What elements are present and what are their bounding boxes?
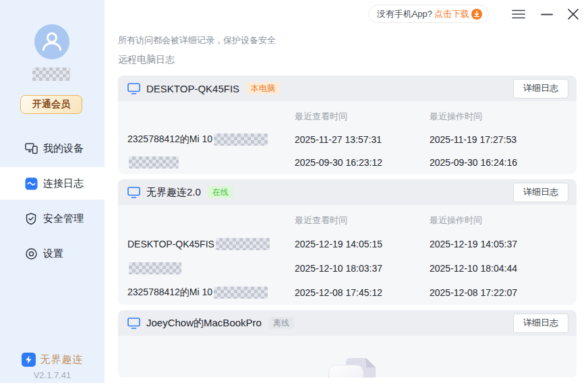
sidebar-item-settings[interactable]: 设置 (0, 237, 105, 270)
log-row: 2325788412的Mi 10 2025-12-08 17:45:12 202… (118, 280, 577, 305)
sidebar-item-label: 连接日志 (43, 177, 84, 190)
redacted-text (129, 156, 179, 169)
empty-state-front-sheet (328, 365, 363, 378)
device-card: DESKTOP-QK45FIS 本电脑 详细日志 最近查看时间 最近操作时间 2… (118, 76, 577, 174)
username-redacted (32, 67, 70, 81)
close-icon (567, 8, 579, 20)
sidebar-item-my-devices[interactable]: 我的设备 (0, 132, 105, 165)
log-row: DESKTOP-QK45FIS 2025-12-19 14:05:15 2025… (118, 232, 577, 256)
app-window: 开通会员 我的设备 (0, 0, 588, 387)
detail-log-button[interactable]: 详细日志 (513, 183, 568, 202)
client-name-text: DESKTOP-QK45FIS (127, 239, 214, 249)
redacted-text (216, 238, 270, 250)
app-logo-icon (22, 353, 36, 367)
hamburger-icon (512, 9, 525, 20)
client-name: 2325788412的Mi 10 (127, 287, 295, 299)
avatar[interactable] (34, 24, 69, 59)
monitor-icon (127, 318, 140, 329)
operate-time: 2025-12-08 17:22:07 (430, 287, 577, 298)
status-badge: 在线 (208, 186, 233, 198)
client-name-text: 2325788412的Mi 10 (127, 133, 212, 146)
client-name (127, 156, 295, 169)
device-card-header: 无界趣连2.0 在线 详细日志 (118, 179, 577, 205)
client-name (127, 262, 295, 274)
operate-time: 2025-12-19 14:05:37 (430, 239, 577, 249)
device-card-header: JoeyChow的MacBookPro 离线 详细日志 (118, 310, 577, 336)
window-minimize-button[interactable] (539, 7, 554, 21)
view-time: 2025-12-10 18:03:37 (295, 263, 430, 274)
sidebar-item-label: 我的设备 (43, 142, 84, 155)
device-name: 无界趣连2.0 (146, 186, 201, 199)
operate-time: 2025-12-10 18:04:44 (430, 263, 577, 274)
connection-log-icon (24, 177, 38, 190)
redacted-text (214, 133, 268, 146)
main-area: 没有手机App? 点击下载 所有访问都 (105, 0, 588, 387)
window-menu-button[interactable] (511, 7, 526, 21)
client-name: 2325788412的Mi 10 (127, 133, 295, 146)
sidebar-item-label: 设置 (43, 247, 63, 260)
sidebar-item-connection-logs[interactable]: 连接日志 (0, 167, 105, 200)
client-name-text: 2325788412的Mi 10 (127, 287, 212, 299)
view-time: 2025-12-08 17:45:12 (295, 287, 430, 298)
device-card-header: DESKTOP-QK45FIS 本电脑 详细日志 (118, 76, 577, 101)
operate-time: 2025-11-19 17:27:53 (430, 134, 577, 145)
log-row: 2025-09-30 16:23:12 2025-09-30 16:24:16 (118, 151, 577, 174)
view-time: 2025-11-27 13:57:31 (295, 134, 430, 145)
monitor-icon (127, 83, 140, 94)
shield-check-icon (24, 212, 38, 225)
minimize-icon (541, 9, 553, 20)
app-name: 无界趣连 (40, 353, 84, 366)
vip-upgrade-button[interactable]: 开通会员 (20, 95, 82, 114)
download-icon (471, 9, 482, 20)
log-column-headers: 最近查看时间 最近操作时间 (118, 105, 577, 128)
detail-log-button[interactable]: 详细日志 (513, 79, 568, 98)
app-version: V2.1.7.41 (0, 370, 105, 380)
view-time: 2025-09-30 16:23:12 (295, 157, 430, 168)
view-time: 2025-12-19 14:05:15 (295, 239, 430, 249)
monitor-icon (127, 187, 140, 198)
sidebar-item-security[interactable]: 安全管理 (0, 202, 105, 235)
device-card-body: 最近查看时间 最近操作时间 DESKTOP-QK45FIS 2025-12-19… (118, 205, 577, 305)
col-operate-label: 最近操作时间 (430, 111, 577, 123)
empty-state-fold (366, 358, 376, 367)
devices-icon (24, 142, 38, 155)
window-close-button[interactable] (565, 6, 581, 22)
device-log-list: DESKTOP-QK45FIS 本电脑 详细日志 最近查看时间 最近操作时间 2… (118, 76, 577, 378)
settings-icon (24, 247, 38, 260)
log-row: 2025-12-10 18:03:37 2025-12-10 18:04:44 (118, 256, 577, 280)
detail-log-button[interactable]: 详细日志 (513, 314, 568, 333)
log-row: 2325788412的Mi 10 2025-11-27 13:57:31 202… (118, 128, 577, 151)
user-icon (34, 24, 69, 59)
download-prompt: 没有手机App? (377, 8, 432, 20)
brand: 无界趣连 (0, 353, 105, 367)
device-card-body (118, 336, 577, 378)
col-view-label: 最近查看时间 (295, 111, 430, 123)
device-name: JoeyChow的MacBookPro (146, 317, 262, 330)
vip-upgrade-label: 开通会员 (32, 98, 70, 111)
col-view-label: 最近查看时间 (295, 214, 430, 227)
device-card: 无界趣连2.0 在线 详细日志 最近查看时间 最近操作时间 DESKTOP-QK… (118, 179, 577, 305)
device-card: JoeyChow的MacBookPro 离线 详细日志 (118, 310, 577, 378)
section-title: 远程电脑日志 (118, 54, 175, 66)
download-app-button[interactable]: 没有手机App? 点击下载 (368, 5, 489, 23)
security-notice: 所有访问都会被详细记录，保护设备安全 (118, 34, 276, 47)
sidebar: 开通会员 我的设备 (0, 0, 105, 383)
client-name: DESKTOP-QK45FIS (127, 238, 295, 250)
log-column-headers: 最近查看时间 最近操作时间 (118, 209, 577, 232)
col-operate-label: 最近操作时间 (430, 214, 577, 227)
download-action: 点击下载 (434, 8, 469, 20)
device-card-body: 最近查看时间 最近操作时间 2325788412的Mi 10 2025-11-2… (118, 101, 577, 174)
redacted-text (129, 262, 181, 274)
sidebar-menu: 我的设备 连接日志 安全管理 (0, 132, 105, 272)
status-badge: 本电脑 (246, 82, 280, 94)
device-name: DESKTOP-QK45FIS (146, 83, 239, 94)
operate-time: 2025-09-30 16:24:16 (430, 157, 577, 168)
redacted-text (214, 287, 268, 299)
sidebar-item-label: 安全管理 (43, 212, 84, 225)
empty-state-icon (328, 358, 382, 378)
status-badge: 离线 (268, 317, 294, 329)
